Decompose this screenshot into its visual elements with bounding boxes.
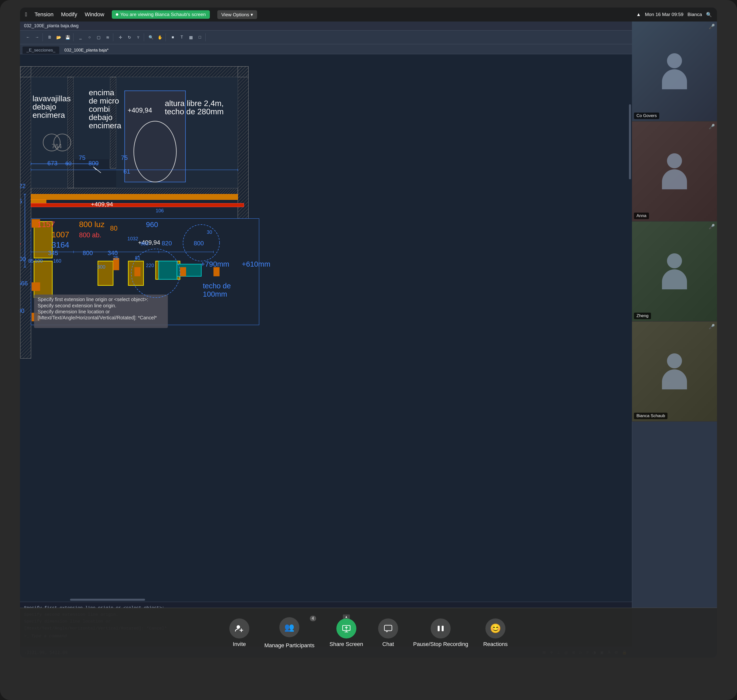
toolbar-move[interactable]: ✛ xyxy=(116,33,124,41)
svg-text:debajo: debajo xyxy=(89,113,113,122)
invite-button[interactable]: Invite xyxy=(229,619,249,647)
svg-rect-11 xyxy=(31,194,238,200)
svg-text:encima: encima xyxy=(89,88,114,97)
svg-text:+409,94: +409,94 xyxy=(91,201,113,207)
toolbar-save[interactable]: 💾 xyxy=(64,33,72,41)
reactions-btn-wrapper: 😊 Reactions xyxy=(483,619,508,647)
svg-rect-13 xyxy=(31,203,244,207)
toolbar-hatch[interactable]: ▩ xyxy=(187,33,195,41)
svg-text:Specify first extension line o: Specify first extension line origin or <… xyxy=(38,297,148,302)
video-bianca-feed xyxy=(632,322,717,421)
toolbar-group-modify: ✛ ↻ ⍒ xyxy=(115,33,144,41)
toolbar-group-annotate: ■ T ▩ □ xyxy=(167,33,206,41)
drawing-canvas[interactable]: lavavajillas debajo encimera encima de m… xyxy=(20,54,632,602)
toolbar-circle[interactable]: ○ xyxy=(85,33,94,41)
svg-rect-131 xyxy=(442,626,444,631)
svg-text:encimera: encimera xyxy=(89,121,121,130)
pause-stop-icon xyxy=(431,619,451,638)
laptop-frame:  Tension Modify Window You are viewing … xyxy=(0,0,737,700)
svg-text:81: 81 xyxy=(135,255,141,260)
file-title: 032_100E_planta baja.dwg xyxy=(24,23,78,28)
toolbar-pan[interactable]: ✋ xyxy=(156,33,164,41)
svg-text:altura libre 2,4m,: altura libre 2,4m, xyxy=(165,99,224,108)
bianca-head xyxy=(667,353,682,368)
svg-text:1566: 1566 xyxy=(20,280,28,287)
toolbar-rect[interactable]: ▢ xyxy=(94,33,103,41)
toolbar-zoom-window[interactable]: 🔍 xyxy=(147,33,155,41)
user-display: Bianca xyxy=(687,12,702,17)
svg-text:1157: 1157 xyxy=(37,220,55,229)
pause-stop-button[interactable]: Pause/Stop Recording xyxy=(413,619,468,647)
svg-text:1032: 1032 xyxy=(127,236,138,241)
vertical-scrollbar[interactable] xyxy=(629,104,631,179)
svg-text:Specify second extension line : Specify second extension line origin. xyxy=(38,303,116,308)
menu-modify[interactable]: Modify xyxy=(61,11,77,18)
toolbar-arc[interactable]: ≋ xyxy=(103,33,112,41)
svg-text:345: 345 xyxy=(48,250,58,256)
video-zheng-feed xyxy=(632,222,717,321)
reactions-button[interactable]: 😊 Reactions xyxy=(483,619,508,647)
svg-text:160: 160 xyxy=(53,258,62,263)
chat-button[interactable]: Chat xyxy=(378,619,398,647)
svg-text:combi: combi xyxy=(89,104,110,113)
svg-rect-7 xyxy=(238,66,249,219)
svg-text:ab.: ab. xyxy=(20,238,22,246)
toolbar-rotate[interactable]: ↻ xyxy=(125,33,133,41)
toolbar-group-zoom: 🔍 ✋ xyxy=(146,33,166,41)
menu-tension[interactable]: Tension xyxy=(34,11,53,18)
svg-text:800: 800 xyxy=(83,250,93,256)
tab-secciones[interactable]: _E_secciones_ xyxy=(22,47,59,54)
video-co-govers-feed xyxy=(632,22,717,121)
toolbar-line[interactable]: ⎯ xyxy=(76,33,85,41)
share-screen-chevron[interactable]: ▲ xyxy=(343,615,350,619)
toolbar-back[interactable]: ← xyxy=(24,33,32,41)
manage-participants-button[interactable]: Manage Participants xyxy=(264,622,315,649)
co-govers-body xyxy=(662,69,687,89)
menubar:  Tension Modify Window You are viewing … xyxy=(20,7,717,22)
svg-text:800 ab.: 800 ab. xyxy=(79,231,101,239)
toolbar-group-draw: ⎯ ○ ▢ ≋ xyxy=(75,33,113,41)
sharing-indicator xyxy=(116,13,118,16)
svg-rect-47 xyxy=(31,282,40,291)
toolbar-open[interactable]: 📂 xyxy=(55,33,63,41)
toolbar-new[interactable]: 🗎 xyxy=(46,33,54,41)
svg-text:61: 61 xyxy=(124,168,130,175)
anna-body xyxy=(662,169,687,189)
menubar-right: ▲ Mon 16 Mar 09:59 Bianca 🔍 xyxy=(636,12,712,18)
zheng-figure xyxy=(662,253,687,289)
invite-label: Invite xyxy=(233,641,246,647)
title-bar: 032_100E_planta baja.dwg xyxy=(20,22,632,31)
tab-planta-baja[interactable]: 032_100E_planta baja* xyxy=(60,47,113,54)
menu-window[interactable]: Window xyxy=(85,11,104,18)
svg-rect-50 xyxy=(134,267,140,276)
svg-text:820: 820 xyxy=(162,240,172,247)
co-govers-name-badge: Co Govers xyxy=(634,113,659,119)
toolbar-dim[interactable]: ■ xyxy=(169,33,177,41)
svg-text:techo de 280mm: techo de 280mm xyxy=(165,107,224,116)
tab-bar: _E_secciones_ 032_100E_planta baja* xyxy=(20,44,632,54)
toolbar-text[interactable]: T xyxy=(178,33,186,41)
toolbar-block[interactable]: □ xyxy=(196,33,204,41)
pause-stop-btn-wrapper: Pause/Stop Recording xyxy=(413,619,468,647)
pause-stop-label: Pause/Stop Recording xyxy=(413,641,468,647)
anna-head xyxy=(667,153,682,168)
svg-text:30: 30 xyxy=(207,229,212,235)
autocad-main: 032_100E_planta baja.dwg ← → 🗎 📂 💾 ⎯ xyxy=(20,22,632,658)
search-icon[interactable]: 🔍 xyxy=(706,12,712,18)
view-options-button[interactable]: View Options ▾ xyxy=(217,10,257,19)
co-govers-figure xyxy=(662,53,687,89)
toolbar-forward[interactable]: → xyxy=(33,33,41,41)
share-screen-button[interactable]: Share Screen xyxy=(330,619,363,647)
svg-text:222: 222 xyxy=(20,182,25,189)
svg-text:200: 200 xyxy=(20,307,25,314)
apple-menu[interactable]:  xyxy=(25,11,27,18)
screen-area:  Tension Modify Window You are viewing … xyxy=(20,7,717,658)
video-tile-zheng: Zheng 🎤 xyxy=(632,222,717,322)
horizontal-scrollbar[interactable] xyxy=(70,599,145,601)
toolbar-scale[interactable]: ⍒ xyxy=(134,33,142,41)
menubar-left:  Tension Modify Window You are viewing … xyxy=(25,10,636,19)
svg-text:800: 800 xyxy=(88,160,99,166)
anna-name-badge: Anna xyxy=(634,213,649,219)
share-screen-icon xyxy=(336,619,356,638)
zoom-toolbar: Invite 👥 4 Manage Participants xyxy=(20,608,717,658)
